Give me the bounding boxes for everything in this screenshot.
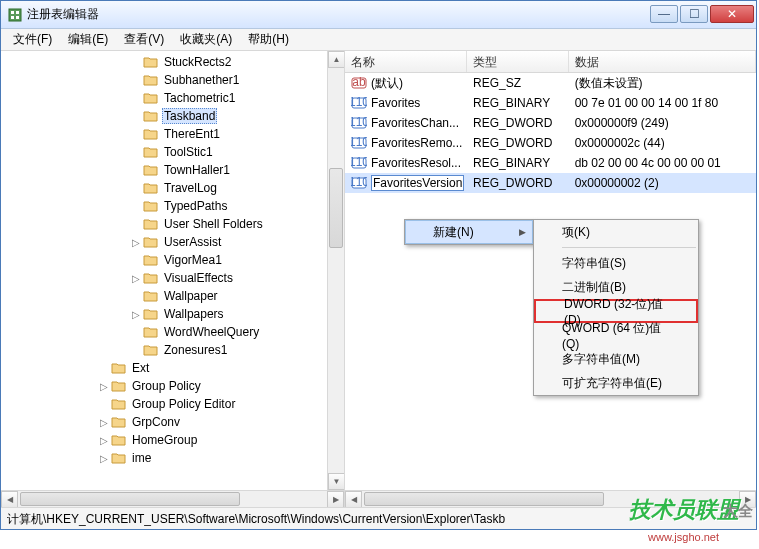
tree-item[interactable]: User Shell Folders (1, 215, 327, 233)
window-controls: — ☐ ✕ (650, 5, 754, 25)
list-row[interactable]: 110FavoritesREG_BINARY00 7e 01 00 00 14 … (345, 93, 756, 113)
tree-item[interactable]: Group Policy Editor (1, 395, 327, 413)
tree-item[interactable]: Taskband (1, 107, 327, 125)
tree-item[interactable]: ▷Group Policy (1, 377, 327, 395)
tree-item-label: TownHaller1 (162, 163, 232, 177)
tree-item[interactable]: ▷VisualEffects (1, 269, 327, 287)
tree-expander-icon[interactable]: ▷ (97, 417, 111, 428)
svg-rect-0 (9, 9, 21, 21)
registry-tree[interactable]: StuckRects2Subhanether1Tachometric1Taskb… (1, 51, 327, 490)
scroll-right-button[interactable]: ▶ (739, 491, 756, 507)
svg-text:110: 110 (351, 95, 367, 109)
tree-item[interactable]: ▷GrpConv (1, 413, 327, 431)
tree-item[interactable]: Wallpaper (1, 287, 327, 305)
tree-item[interactable]: ▷HomeGroup (1, 431, 327, 449)
value-data: 0x000000f9 (249) (569, 116, 756, 130)
minimize-button[interactable]: — (650, 5, 678, 23)
col-data[interactable]: 数据 (569, 51, 756, 72)
scroll-left-button[interactable]: ◀ (1, 491, 18, 507)
tree-item[interactable]: StuckRects2 (1, 53, 327, 71)
statusbar: 计算机\HKEY_CURRENT_USER\Software\Microsoft… (1, 507, 756, 529)
scroll-thumb[interactable] (364, 492, 604, 506)
watermark-url: www.jsgho.net (648, 531, 719, 543)
tree-item-label: Zonesures1 (162, 343, 229, 357)
tree-item[interactable]: TownHaller1 (1, 161, 327, 179)
binary-value-icon: 110 (351, 115, 367, 131)
tree-item[interactable]: Zonesures1 (1, 341, 327, 359)
menu-file[interactable]: 文件(F) (5, 29, 60, 50)
folder-icon (111, 361, 127, 375)
tree-vscrollbar[interactable]: ▲ ▼ (327, 51, 344, 490)
tree-item[interactable]: ▷ime (1, 449, 327, 467)
tree-item[interactable]: ▷UserAssist (1, 233, 327, 251)
value-type: REG_DWORD (467, 116, 569, 130)
context-new-key[interactable]: 项(K) (534, 220, 698, 244)
context-new-string[interactable]: 字符串值(S) (534, 251, 698, 275)
tree-expander-icon[interactable]: ▷ (97, 453, 111, 464)
binary-value-icon: 110 (351, 155, 367, 171)
folder-icon (143, 253, 159, 267)
value-name: FavoritesRemo... (371, 136, 462, 150)
tree-item[interactable]: ThereEnt1 (1, 125, 327, 143)
scroll-thumb[interactable] (20, 492, 240, 506)
tree-item[interactable]: Ext (1, 359, 327, 377)
tree-item[interactable]: VigorMea1 (1, 251, 327, 269)
folder-icon (143, 181, 159, 195)
col-type[interactable]: 类型 (467, 51, 569, 72)
list-row[interactable]: 110FavoritesVersionREG_DWORD0x00000002 (… (345, 173, 756, 193)
list-row[interactable]: 110FavoritesRemo...REG_DWORD0x0000002c (… (345, 133, 756, 153)
menu-view[interactable]: 查看(V) (116, 29, 172, 50)
folder-icon (143, 73, 159, 87)
menu-help[interactable]: 帮助(H) (240, 29, 297, 50)
folder-icon (143, 325, 159, 339)
tree-expander-icon[interactable]: ▷ (129, 237, 143, 248)
tree-item[interactable]: ▷Wallpapers (1, 305, 327, 323)
value-data: db 02 00 00 4c 00 00 00 01 (569, 156, 756, 170)
list-row[interactable]: ab(默认)REG_SZ(数值未设置) (345, 73, 756, 93)
tree-item-label: ToolStic1 (162, 145, 215, 159)
tree-item[interactable]: TypedPaths (1, 197, 327, 215)
value-data: 0x0000002c (44) (569, 136, 756, 150)
context-new[interactable]: 新建(N) ▶ (405, 220, 533, 244)
tree-item[interactable]: Subhanether1 (1, 71, 327, 89)
folder-icon (143, 235, 159, 249)
menu-favorites[interactable]: 收藏夹(A) (172, 29, 240, 50)
titlebar[interactable]: 注册表编辑器 — ☐ ✕ (1, 1, 756, 29)
col-name[interactable]: 名称 (345, 51, 467, 72)
folder-icon (143, 163, 159, 177)
list-row[interactable]: 110FavoritesChan...REG_DWORD0x000000f9 (… (345, 113, 756, 133)
tree-item[interactable]: ToolStic1 (1, 143, 327, 161)
scroll-up-button[interactable]: ▲ (328, 51, 345, 68)
context-new-qword[interactable]: QWORD (64 位)值(Q) (534, 323, 698, 347)
tree-item-label: WordWheelQuery (162, 325, 261, 339)
tree-expander-icon[interactable]: ▷ (129, 309, 143, 320)
scroll-thumb[interactable] (329, 168, 343, 248)
tree-item[interactable]: WordWheelQuery (1, 323, 327, 341)
tree-item-label: GrpConv (130, 415, 182, 429)
value-type: REG_DWORD (467, 136, 569, 150)
svg-rect-1 (11, 11, 14, 14)
list-hscrollbar[interactable]: ◀ ▶ (345, 490, 756, 507)
tree-expander-icon[interactable]: ▷ (129, 273, 143, 284)
context-new-multistring[interactable]: 多字符串值(M) (534, 347, 698, 371)
context-new-label: 新建(N) (433, 224, 474, 241)
tree-hscrollbar[interactable]: ◀ ▶ (1, 490, 344, 507)
scroll-left-button[interactable]: ◀ (345, 491, 362, 507)
tree-item[interactable]: TravelLog (1, 179, 327, 197)
maximize-button[interactable]: ☐ (680, 5, 708, 23)
folder-icon (143, 145, 159, 159)
scroll-right-button[interactable]: ▶ (327, 491, 344, 507)
tree-item[interactable]: Tachometric1 (1, 89, 327, 107)
list-header[interactable]: 名称 类型 数据 (345, 51, 756, 73)
svg-rect-3 (11, 16, 14, 19)
value-data: 0x00000002 (2) (569, 176, 756, 190)
list-row[interactable]: 110FavoritesResol...REG_BINARYdb 02 00 0… (345, 153, 756, 173)
scroll-down-button[interactable]: ▼ (328, 473, 345, 490)
menu-edit[interactable]: 编辑(E) (60, 29, 116, 50)
close-button[interactable]: ✕ (710, 5, 754, 23)
tree-expander-icon[interactable]: ▷ (97, 435, 111, 446)
context-new-expandstring[interactable]: 可扩充字符串值(E) (534, 371, 698, 395)
tree-expander-icon[interactable]: ▷ (97, 381, 111, 392)
menubar: 文件(F) 编辑(E) 查看(V) 收藏夹(A) 帮助(H) (1, 29, 756, 51)
value-type: REG_BINARY (467, 156, 569, 170)
